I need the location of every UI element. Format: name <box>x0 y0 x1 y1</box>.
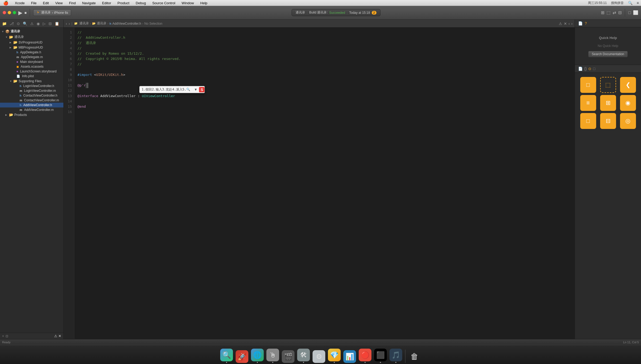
menu-file[interactable]: File <box>30 1 38 5</box>
tree-item-products[interactable]: ▶ 📂 Products <box>0 112 63 117</box>
warning-nav-button[interactable]: ⚠ <box>559 21 562 26</box>
menu-help[interactable]: Help <box>199 1 209 5</box>
breakpoint-navigator-btn[interactable]: ⊟ <box>47 21 53 26</box>
menu-window[interactable]: Window <box>181 1 195 5</box>
dock-item-settings[interactable]: ⚙ <box>312 350 326 363</box>
source-control-navigator-btn[interactable]: ⎇ <box>8 21 15 26</box>
ui-table-button[interactable]: ≡ <box>580 95 596 111</box>
dock-item-launchpad[interactable]: 🚀 <box>235 350 249 363</box>
code-content[interactable]: // // AddViewController.h // 通讯录 // // C… <box>74 28 575 339</box>
assistant-toggle-button[interactable]: ⇄ <box>613 10 616 15</box>
menu-source-control[interactable]: Source Control <box>151 1 176 5</box>
tree-item-launch-storyboard[interactable]: ■ LaunchScreen.storyboard <box>0 69 63 74</box>
dock-item-safari[interactable]: 🌐 <box>250 349 265 363</box>
add-file-button[interactable]: + <box>2 334 4 338</box>
dock-item-terminal[interactable]: ⬛ <box>373 349 388 363</box>
filter-button[interactable]: ⊡ <box>6 334 8 338</box>
tree-item-info-plist[interactable]: 📄 Info.plist <box>0 74 63 79</box>
dock-item-keynote[interactable]: 📊 <box>343 350 357 363</box>
menu-view[interactable]: View <box>54 1 64 5</box>
media-library-icon[interactable]: □ <box>593 67 595 71</box>
scheme-selector[interactable]: 🏃 通讯录 › iPhone 6s <box>33 9 71 16</box>
nav-forward-button[interactable]: › <box>69 21 70 26</box>
ui-grid-button[interactable]: ⊞ <box>600 95 616 111</box>
menu-find[interactable]: Find <box>68 1 77 5</box>
search-menu-icon[interactable]: 🔍 <box>628 1 633 5</box>
test-navigator-btn[interactable]: ◉ <box>36 21 41 26</box>
ui-rounded-rect-button[interactable]: ⬚ <box>600 77 616 93</box>
prev-issue-button[interactable]: ‹ <box>569 21 570 26</box>
issue-navigator-btn[interactable]: ⚠ <box>29 21 35 26</box>
ui-back-button[interactable]: ❮ <box>620 77 636 93</box>
menu-editor[interactable]: Editor <box>101 1 112 5</box>
control-strip-icon[interactable]: ≡ <box>637 1 639 5</box>
breadcrumb-project[interactable]: 通讯录 <box>79 21 89 26</box>
code-icon[interactable]: {} <box>584 67 587 71</box>
navigator-toggle-button[interactable]: ⊞ <box>601 10 604 15</box>
close-button[interactable] <box>3 11 6 14</box>
dock-item-music[interactable]: 🎵 <box>389 349 403 363</box>
ui-view-button[interactable]: □ <box>580 77 596 93</box>
editor-toggle-button[interactable]: ⬚ <box>607 10 610 15</box>
stop-button[interactable]: ■ <box>24 11 27 15</box>
menu-debug[interactable]: Debug <box>135 1 147 5</box>
object-library-icon[interactable]: ⊙ <box>588 67 591 71</box>
tree-item-contactvc-m[interactable]: m ContactViewController.m <box>0 98 63 103</box>
maximize-button[interactable] <box>13 11 16 14</box>
dock-item-red-app[interactable]: 🔴 <box>358 349 373 363</box>
run-button[interactable]: ▶ <box>18 10 22 16</box>
tree-item-supporting-files[interactable]: ▼ 📂 Supporting Files <box>0 79 63 84</box>
version-toggle-button[interactable]: ⊟ <box>618 10 622 15</box>
ui-container-button[interactable]: □ <box>580 113 596 129</box>
file-icon[interactable]: 📄 <box>578 67 583 71</box>
autocomplete-popup[interactable]: 1.假回2.输入3.览赴4.派入5.🔍 ▼ S <box>139 86 205 93</box>
tree-item-mbprogresshud[interactable]: ▶ 📂 MBProgressHUD <box>0 45 63 50</box>
breadcrumb-group[interactable]: 通讯录 <box>97 21 106 26</box>
tree-item-main-storyboard[interactable]: ■ Main storyboard <box>0 59 63 64</box>
tree-item-svprogresshud[interactable]: ▶ 📂 SVProgressHUD <box>0 40 63 45</box>
tree-item-assets[interactable]: ◼ Assets.xcassets <box>0 64 63 69</box>
tree-item-appdelegate-h[interactable]: h AppDelegate.h <box>0 50 63 55</box>
report-navigator-btn[interactable]: 📋 <box>54 21 60 26</box>
tree-group-main[interactable]: ▼ 📂 通讯录 <box>0 34 63 40</box>
next-issue-button[interactable]: › <box>571 21 573 26</box>
error-nav-button[interactable]: ✕ <box>564 21 567 26</box>
menu-navigate[interactable]: Navigate <box>81 1 97 5</box>
ui-camera-button[interactable]: ◎ <box>620 113 636 129</box>
apple-menu[interactable]: 🍎 <box>2 1 10 6</box>
inspector-toggle-button[interactable]: □ <box>628 10 631 15</box>
file-inspector-icon[interactable]: 📄 <box>578 21 583 25</box>
symbol-navigator-btn[interactable]: ⊙ <box>16 21 21 26</box>
minimize-button[interactable] <box>8 11 11 14</box>
ui-toggle-button[interactable]: ◉ <box>620 95 636 111</box>
dock-item-sketch[interactable]: 💎 <box>327 349 342 363</box>
dock-item-finder[interactable]: 🔍 <box>219 349 234 363</box>
breadcrumb-file[interactable]: AddViewController.h <box>112 22 141 25</box>
menu-edit[interactable]: Edit <box>42 1 50 5</box>
dock-item-devtools[interactable]: 🛠 <box>296 349 311 363</box>
tree-item-contactvc-h[interactable]: h ContactViewController.h <box>0 93 63 98</box>
tree-item-loginvc-m[interactable]: m LoginViewController.m <box>0 88 63 93</box>
input-method[interactable]: 搜狗拼音 <box>611 1 624 5</box>
tree-item-appdelegate-m[interactable]: m AppDelegate.m <box>0 55 63 59</box>
dock-item-video[interactable]: 🎬 <box>281 350 296 363</box>
tree-item-addvc-h[interactable]: h AddViewController.h <box>0 103 63 107</box>
dock-item-mouse[interactable]: 🖱 <box>266 349 280 363</box>
dock-item-trash[interactable]: 🗑 <box>407 350 422 363</box>
quick-help-icon[interactable]: ? <box>585 21 587 25</box>
debug-navigator-btn[interactable]: ▷ <box>42 21 47 26</box>
search-documentation-button[interactable]: Search Documentation <box>588 51 627 57</box>
find-navigator-btn[interactable]: 🔍 <box>22 21 28 26</box>
ui-split-button[interactable]: ⊟ <box>600 113 616 129</box>
code-editor[interactable]: 1 2 3 4 5 6 7 8 9 10 11 12 13 14 15 16 /… <box>64 28 575 339</box>
tree-root[interactable]: ▼ 📦 通讯录 <box>0 29 63 34</box>
menu-product[interactable]: Product <box>116 1 131 5</box>
warning-badge[interactable]: 2 <box>372 11 376 15</box>
debug-toggle-button[interactable]: ⬜ <box>633 10 638 15</box>
tree-item-addvc-m[interactable]: m AddViewController.m <box>0 107 63 112</box>
menu-xcode[interactable]: Xcode <box>14 1 26 5</box>
tree-item-loginvc-h[interactable]: h LoginViewController.h <box>0 84 63 88</box>
nav-back-button[interactable]: ‹ <box>66 21 67 26</box>
folder-navigator-btn[interactable]: 📁 <box>1 21 8 26</box>
autocomplete-dropdown-btn[interactable]: ▼ <box>192 86 199 93</box>
